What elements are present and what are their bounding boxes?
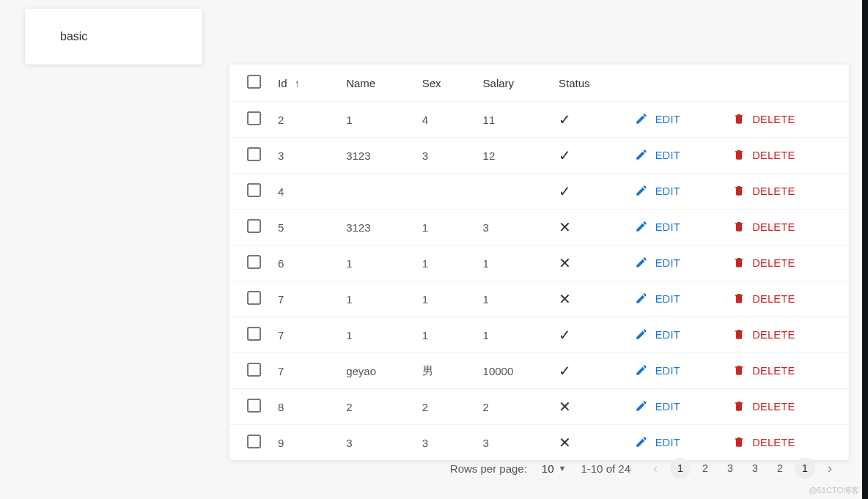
row-checkbox[interactable] xyxy=(247,291,261,305)
check-icon: ✓ xyxy=(559,327,571,343)
edit-label: EDIT xyxy=(655,257,680,269)
trash-icon xyxy=(733,435,745,451)
pencil-icon xyxy=(635,184,648,199)
delete-label: DELETE xyxy=(752,185,795,197)
basic-card-title: basic xyxy=(60,30,87,43)
edit-label: EDIT xyxy=(655,401,680,413)
delete-button[interactable]: DELETE xyxy=(733,435,795,451)
cell-salary: 1 xyxy=(477,281,553,317)
delete-button[interactable]: DELETE xyxy=(733,292,795,307)
cell-id: 3 xyxy=(272,138,340,174)
edit-button[interactable]: EDIT xyxy=(635,399,680,415)
row-checkbox[interactable] xyxy=(247,219,261,233)
edit-button[interactable]: EDIT xyxy=(635,184,680,199)
cell-status: ✕ xyxy=(553,389,629,425)
next-page-button[interactable]: › xyxy=(820,458,840,478)
close-icon: ✕ xyxy=(559,291,571,307)
row-checkbox[interactable] xyxy=(247,327,261,341)
delete-label: DELETE xyxy=(752,149,795,161)
data-table: Id ↑ Name Sex Salary Status 21411✓EDITDE… xyxy=(229,64,849,460)
select-all-checkbox[interactable] xyxy=(247,75,261,89)
edit-label: EDIT xyxy=(655,149,680,161)
cell-sex xyxy=(416,174,477,210)
trash-icon xyxy=(733,148,745,163)
pencil-icon xyxy=(635,148,648,163)
cell-sex: 1 xyxy=(416,281,477,317)
delete-button[interactable]: DELETE xyxy=(733,184,795,199)
header-salary[interactable]: Salary xyxy=(477,64,553,102)
table-row: 8222✕EDITDELETE xyxy=(229,389,849,425)
row-checkbox[interactable] xyxy=(247,255,261,269)
cell-name: 1 xyxy=(340,245,416,281)
delete-button[interactable]: DELETE xyxy=(733,363,795,379)
cell-salary: 2 xyxy=(477,389,553,425)
prev-page-button[interactable]: ‹ xyxy=(645,458,666,478)
delete-label: DELETE xyxy=(752,221,795,233)
table-row: 7geyao男10000✓EDITDELETE xyxy=(229,353,849,389)
page-button-1[interactable]: 1 xyxy=(795,458,815,478)
edit-button[interactable]: EDIT xyxy=(635,148,680,163)
delete-button[interactable]: DELETE xyxy=(733,328,795,343)
delete-label: DELETE xyxy=(752,257,795,269)
row-checkbox[interactable] xyxy=(247,363,261,377)
edit-button[interactable]: EDIT xyxy=(635,363,680,379)
edit-label: EDIT xyxy=(655,293,680,305)
cell-id: 5 xyxy=(272,210,340,245)
page-button-2[interactable]: 2 xyxy=(770,458,790,478)
header-name[interactable]: Name xyxy=(340,64,416,102)
cell-name: 3123 xyxy=(340,138,416,174)
delete-button[interactable]: DELETE xyxy=(733,399,795,415)
close-icon: ✕ xyxy=(559,219,571,235)
delete-button[interactable]: DELETE xyxy=(733,256,795,271)
edit-button[interactable]: EDIT xyxy=(635,435,680,451)
side-strip xyxy=(862,0,868,499)
table-row: 9333✕EDITDELETE xyxy=(229,425,849,461)
delete-button[interactable]: DELETE xyxy=(733,112,795,127)
page-button-3[interactable]: 3 xyxy=(745,458,765,478)
page-button-2[interactable]: 2 xyxy=(695,458,716,478)
delete-button[interactable]: DELETE xyxy=(733,148,795,163)
edit-button[interactable]: EDIT xyxy=(635,292,680,307)
pencil-icon xyxy=(635,328,648,343)
cell-name: 1 xyxy=(340,317,416,353)
row-checkbox[interactable] xyxy=(247,183,261,197)
cell-salary: 11 xyxy=(477,102,553,138)
cell-salary: 3 xyxy=(477,210,553,245)
check-icon: ✓ xyxy=(559,111,571,127)
edit-button[interactable]: EDIT xyxy=(635,256,680,271)
basic-card[interactable]: basic xyxy=(25,9,202,64)
edit-button[interactable]: EDIT xyxy=(635,328,680,343)
close-icon: ✕ xyxy=(559,255,571,271)
page-button-1[interactable]: 1 xyxy=(670,458,691,478)
cell-salary: 12 xyxy=(477,138,553,174)
rows-per-page-select[interactable]: 10 ▼ xyxy=(542,462,567,475)
trash-icon xyxy=(733,328,745,343)
cell-id: 7 xyxy=(272,353,340,389)
cell-sex: 4 xyxy=(416,102,477,138)
cell-status: ✓ xyxy=(553,353,629,389)
table-row: 7111✓EDITDELETE xyxy=(229,317,849,353)
delete-button[interactable]: DELETE xyxy=(733,220,795,235)
edit-button[interactable]: EDIT xyxy=(635,112,680,127)
cell-status: ✓ xyxy=(553,174,629,210)
header-status[interactable]: Status xyxy=(553,64,629,102)
delete-label: DELETE xyxy=(752,329,795,341)
cell-salary: 1 xyxy=(477,245,553,281)
header-id[interactable]: Id ↑ xyxy=(272,64,340,102)
cell-sex: 男 xyxy=(416,353,477,389)
pencil-icon xyxy=(635,399,648,415)
pencil-icon xyxy=(635,256,648,271)
edit-button[interactable]: EDIT xyxy=(635,220,680,235)
header-sex[interactable]: Sex xyxy=(416,64,477,102)
row-checkbox[interactable] xyxy=(247,435,261,448)
page-button-3[interactable]: 3 xyxy=(720,458,740,478)
table-row: 33123312✓EDITDELETE xyxy=(229,138,849,174)
cell-status: ✕ xyxy=(553,210,629,245)
trash-icon xyxy=(733,256,745,271)
row-checkbox[interactable] xyxy=(247,111,261,125)
pagination-range: 1-10 of 24 xyxy=(581,462,630,475)
trash-icon xyxy=(733,399,745,415)
edit-label: EDIT xyxy=(655,114,680,125)
row-checkbox[interactable] xyxy=(247,147,261,161)
row-checkbox[interactable] xyxy=(247,399,261,413)
